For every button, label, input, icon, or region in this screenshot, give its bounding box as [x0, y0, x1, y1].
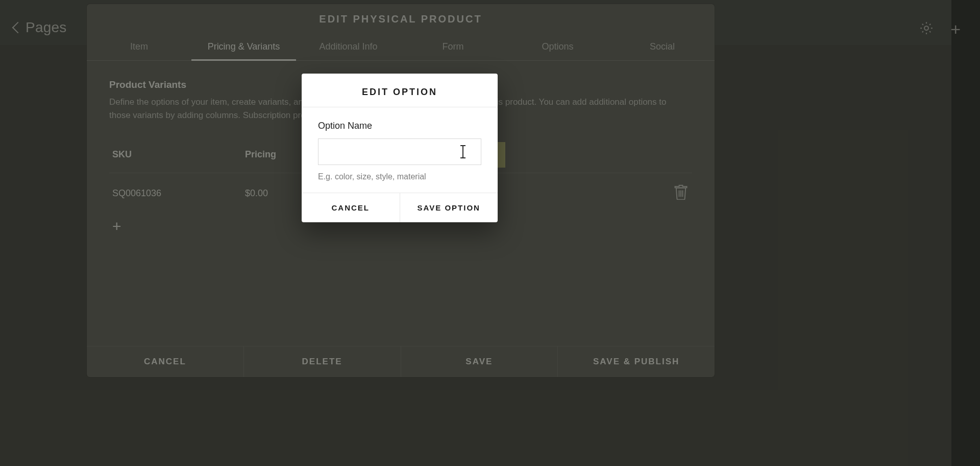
- option-name-hint: E.g. color, size, style, material: [318, 172, 481, 181]
- modal-title: EDIT OPTION: [302, 74, 498, 107]
- modal-actions: CANCEL SAVE OPTION: [302, 193, 498, 222]
- text-cursor-icon: [462, 144, 463, 159]
- modal-backdrop[interactable]: [0, 0, 980, 466]
- modal-cancel-button[interactable]: CANCEL: [302, 193, 400, 222]
- option-name-label: Option Name: [318, 121, 481, 131]
- modal-body: Option Name E.g. color, size, style, mat…: [302, 107, 498, 193]
- modal-save-button[interactable]: SAVE OPTION: [400, 193, 498, 222]
- option-name-input[interactable]: [318, 138, 481, 165]
- edit-option-modal: EDIT OPTION Option Name E.g. color, size…: [302, 74, 498, 222]
